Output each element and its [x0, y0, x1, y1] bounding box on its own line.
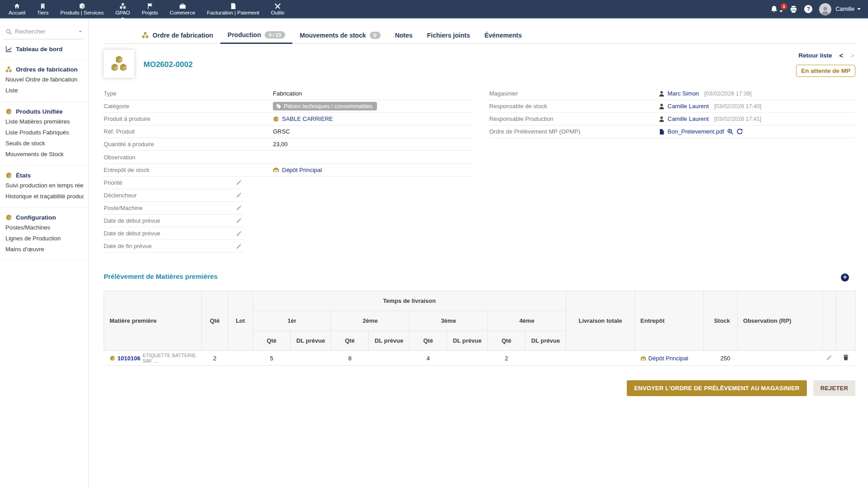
navbar-right-cluster: 1 ? Camille — [770, 3, 861, 15]
add-material-button[interactable]: + — [841, 273, 849, 282]
col-header-delivery-2: 2ème — [331, 311, 410, 331]
nav-item-commerce[interactable]: Commerce — [164, 0, 201, 19]
field-label: Date de début prévue — [104, 230, 236, 237]
sidebar-item-liste-produits-fabriques[interactable]: Liste Produits Fabriqués — [5, 127, 84, 138]
warehouse-icon — [273, 167, 279, 173]
timestamp: [03/02/2026 17:39] — [704, 91, 751, 97]
materials-section-header: Prélèvement de Matières premières + — [104, 273, 855, 284]
next-record-chevron[interactable]: > — [850, 52, 854, 59]
send-picking-order-button[interactable]: ENVOYER L'ORDRE DE PRÉLÈVEMENT AU MAGASI… — [627, 380, 806, 396]
edit-pencil-icon[interactable] — [236, 179, 242, 186]
product-link[interactable]: SABLE CARRIERE — [282, 115, 333, 122]
field-value: 23,00 — [273, 141, 288, 148]
col-header-observation: Observation (RP) — [738, 291, 823, 351]
sidebar-item-liste-matieres[interactable]: Liste Matières premières — [5, 116, 84, 127]
warehouse-link[interactable]: Dépôt Principal — [282, 167, 322, 173]
col-header-qte: Qté — [202, 291, 228, 351]
warehouse-link[interactable]: Dépôt Principal — [649, 355, 688, 362]
zoom-plus-icon[interactable] — [727, 128, 734, 135]
building-icon — [39, 3, 46, 10]
user-link[interactable]: Camille Laurent — [668, 115, 709, 122]
tab-mouvements-de-stock[interactable]: Mouvements de stock 0 — [292, 27, 387, 43]
product-box-icon — [79, 3, 86, 10]
sidebar-item-nouvel-ordre[interactable]: Nouvel Ordre de fabrication — [5, 74, 84, 85]
tab-fichiers-joints[interactable]: Fichiers joints — [420, 27, 477, 43]
sidebar-section-configuration: Configuration Postes/Machines Lignes de … — [0, 208, 88, 261]
user-menu[interactable]: Camille — [835, 6, 861, 12]
field-label: Magasinier — [489, 90, 658, 97]
nav-item-label: Projets — [142, 10, 158, 15]
field-label: Entrepôt de stock — [104, 167, 273, 173]
cell-edit — [823, 351, 836, 366]
cell-d2-qty: 8 — [331, 351, 369, 366]
nav-item-tiers[interactable]: Tiers — [31, 0, 54, 19]
help-icon[interactable]: ? — [804, 5, 812, 13]
printer-icon[interactable] — [790, 5, 797, 13]
back-to-list-link[interactable]: Retour liste — [798, 52, 832, 59]
sidebar-search[interactable] — [5, 27, 84, 39]
nav-item-label: GPAO — [115, 10, 130, 15]
edit-pencil-icon[interactable] — [826, 354, 832, 361]
user-link[interactable]: Marc Simon — [668, 90, 699, 97]
refresh-icon[interactable] — [736, 128, 743, 135]
tab-notes[interactable]: Notes — [388, 27, 420, 43]
sidebar-item-tableau-de-bord[interactable]: Tableau de bord — [5, 45, 84, 53]
nav-item-outils[interactable]: Outils — [265, 0, 290, 19]
tab-production[interactable]: Production 0 / 23 — [220, 27, 292, 44]
detail-row-responsable-stock: Responsable de stock Camille Laurent [03… — [489, 100, 855, 113]
box-icon — [5, 172, 12, 179]
cubes-icon — [142, 32, 149, 39]
pdf-link[interactable]: Bon_Prelevement.pdf — [668, 128, 724, 135]
previous-record-chevron[interactable]: < — [839, 52, 843, 59]
sidebar-item-liste[interactable]: Liste — [5, 85, 84, 96]
tab-label: Fichiers joints — [427, 32, 470, 39]
nav-item-projets[interactable]: Projets — [136, 0, 164, 19]
nav-item-accueil[interactable]: Accueil — [3, 0, 31, 19]
avatar[interactable] — [819, 3, 831, 15]
nav-item-produits-services[interactable]: Produits | Services — [54, 0, 110, 19]
notifications-button[interactable]: 1 — [770, 5, 783, 13]
edit-pencil-icon[interactable] — [236, 192, 242, 198]
col-header-temps-livraison: Temps de livraison — [253, 291, 566, 311]
edit-pencil-icon[interactable] — [236, 230, 242, 237]
material-code-link[interactable]: 1010106 — [118, 355, 141, 362]
search-input[interactable] — [15, 28, 75, 35]
col-header-delivery-1: 1èr — [253, 311, 331, 331]
col-header-delivery-3: 3ème — [410, 311, 488, 331]
field-label: Date de fin prévue — [104, 243, 236, 249]
tab-ordre-de-fabrication[interactable]: Ordre de fabrication — [134, 27, 220, 43]
reject-button[interactable]: REJETER — [813, 380, 855, 396]
edit-pencil-icon[interactable] — [236, 205, 242, 211]
trash-icon[interactable] — [843, 354, 849, 361]
cubes-icon — [119, 3, 126, 10]
main-content: Ordre de fabrication Production 0 / 23 M… — [89, 19, 868, 488]
edit-pencil-icon[interactable] — [236, 217, 242, 224]
sidebar-item-postes-machines[interactable]: Postes/Machines — [5, 222, 84, 233]
nav-item-gpao[interactable]: GPAO — [110, 0, 136, 19]
sidebar-section-dashboard: Tableau de bord — [0, 39, 88, 60]
sidebar-section-title: Ordres de fabrication — [16, 66, 78, 73]
field-label: Responsable Production — [489, 115, 658, 122]
detail-row-date-debut-prevue-2: Date de début prévue — [104, 227, 244, 240]
cell-d1-dl — [291, 351, 331, 366]
sidebar-item-suivi-production[interactable]: Suivi production en temps réel — [5, 180, 84, 191]
sidebar-item-mains-oeuvre[interactable]: Mains d'œuvre — [5, 244, 84, 254]
col-header-entrepot: Entrepôt — [635, 291, 704, 351]
sidebar-item-seuils-stock[interactable]: Seuils de stock — [5, 138, 84, 148]
cell-d2-dl — [369, 351, 410, 366]
col-header-actions-1 — [823, 291, 836, 351]
sidebar-item-lignes-production[interactable]: Lignes de Production — [5, 233, 84, 244]
sidebar-item-mouvements-stock[interactable]: Mouvements de Stock — [5, 148, 84, 159]
field-value: Camille Laurent [03/02/2026 17:41] — [658, 115, 761, 122]
tab-evenements[interactable]: Événements — [477, 27, 529, 43]
edit-pencil-icon[interactable] — [236, 243, 242, 249]
tools-icon — [274, 3, 281, 10]
tab-label: Mouvements de stock — [300, 32, 366, 39]
nav-item-facturation[interactable]: Facturation | Paiement — [201, 0, 265, 19]
field-value: Marc Simon [03/02/2026 17:39] — [658, 90, 752, 97]
user-link[interactable]: Camille Laurent — [668, 103, 709, 110]
nav-item-label: Outils — [271, 10, 284, 15]
sidebar-section-title-etats: États — [5, 172, 84, 180]
sidebar-item-historique-tracabilite[interactable]: Historique et traçabilité production — [5, 191, 84, 201]
col-subheader-qte: Qté — [488, 331, 525, 351]
